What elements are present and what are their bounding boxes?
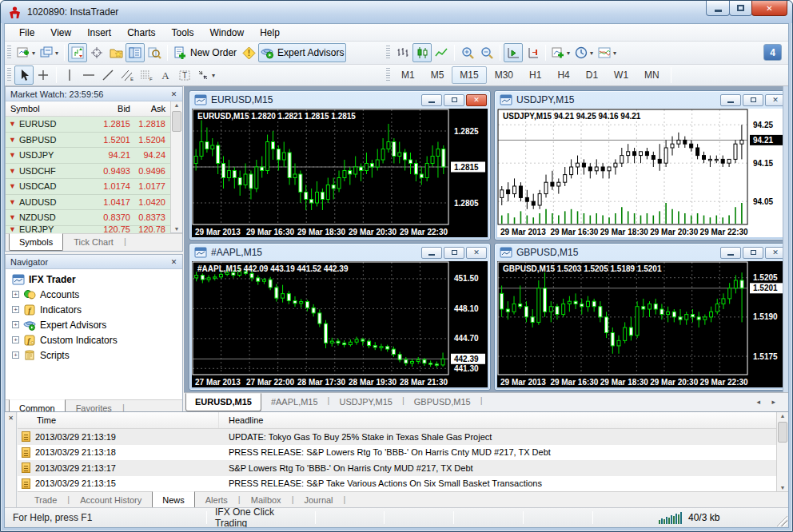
market-watch-row-eurusd[interactable]: ▼EURUSD1.28151.2818: [6, 117, 170, 133]
market-watch-row-gbpusd[interactable]: ▼GBPUSD1.52011.5204: [6, 133, 170, 149]
market-watch-row-usdcad[interactable]: ▼USDCAD1.01741.0177: [6, 179, 170, 195]
navigator-header[interactable]: Navigator ✕: [6, 255, 182, 269]
chart-minimize-button[interactable]: [720, 247, 741, 259]
timeframe-m30-button[interactable]: M30: [487, 66, 521, 84]
market-watch-row-audusd[interactable]: ▼AUDUSD1.04171.0420: [6, 195, 170, 211]
chart-window-titlebar[interactable]: USDJPY,M15 ✕: [495, 91, 789, 109]
expand-plus-icon[interactable]: +: [12, 351, 19, 359]
chart-window-titlebar[interactable]: EURUSD,M15 ✕: [189, 91, 490, 109]
market-watch-scrollbar[interactable]: ▲ ▼: [170, 101, 182, 232]
news-row[interactable]: 2013/03/29 21:13:15PRESS RELEASE: S&P Ta…: [18, 476, 788, 492]
column-ask[interactable]: Ask: [133, 104, 170, 113]
column-bid[interactable]: Bid: [89, 104, 133, 113]
navigator-item-accounts[interactable]: +Accounts: [6, 287, 182, 302]
alert-button[interactable]: !: [239, 43, 258, 62]
chart-window-aapl[interactable]: #AAPL,M15 ✕ 451.50448.10444.70441.30442.…: [189, 243, 491, 391]
resize-grip[interactable]: [776, 515, 787, 526]
navigator-close-icon[interactable]: ✕: [169, 258, 179, 266]
cursor-button[interactable]: [14, 66, 34, 85]
profiles-button[interactable]: ▾: [38, 43, 61, 62]
timeframe-m5-button[interactable]: M5: [423, 66, 452, 84]
crosshair-button[interactable]: [34, 66, 53, 85]
news-column-header[interactable]: Time Headline: [18, 412, 788, 429]
chart-shift-button[interactable]: [523, 43, 542, 62]
toolbar-grip[interactable]: [386, 68, 390, 82]
timeframe-h1-button[interactable]: H1: [521, 66, 549, 84]
toolbar-grip[interactable]: [386, 46, 390, 60]
terminal-scrollbar[interactable]: ▲ ▼: [776, 412, 788, 491]
chart-restore-button[interactable]: [743, 94, 763, 106]
news-row[interactable]: 2013/03/29 21:13:19UPDATE: Tokyo Gas To …: [18, 429, 788, 445]
toolbar-grip[interactable]: [7, 68, 11, 82]
horizontal-line-button[interactable]: [79, 66, 98, 85]
chart-window-titlebar[interactable]: #AAPL,M15 ✕: [189, 244, 490, 261]
expert-advisors-button[interactable]: Expert Advisors: [258, 43, 346, 62]
chart-close-button[interactable]: ✕: [466, 94, 487, 106]
chart-canvas-gbpusd[interactable]: 1.52051.51901.51751.5201GBPUSD,M15 1.520…: [497, 261, 787, 387]
market-watch-row-eurjpy[interactable]: ▼EURJPY120.75120.78: [6, 226, 170, 234]
menu-help[interactable]: Help: [252, 25, 288, 41]
timeframe-m1-button[interactable]: M1: [393, 66, 423, 84]
menu-file[interactable]: File: [11, 25, 42, 41]
market-watch-tab-symbols[interactable]: Symbols: [9, 233, 63, 251]
market-watch-row-nzdusd[interactable]: ▼NZDUSD0.83700.8373: [6, 210, 170, 226]
toolbar-grip[interactable]: [7, 46, 11, 60]
tab-scroll-arrows[interactable]: ◂ ▸: [748, 393, 788, 411]
tick-chart-button[interactable]: [68, 43, 87, 62]
terminal-tab-account-history[interactable]: Account History: [70, 492, 152, 509]
chart-window-eurusd[interactable]: EURUSD,M15 ✕ 1.28251.28151.28051.2815EUR…: [189, 90, 491, 240]
dropdown-caret-icon[interactable]: ▾: [32, 50, 35, 57]
market-watch-row-usdchf[interactable]: ▼USDCHF0.94930.9496: [6, 164, 170, 180]
fibonacci-button[interactable]: F: [137, 66, 156, 85]
scroll-thumb[interactable]: [172, 111, 181, 132]
chart-minimize-button[interactable]: [421, 247, 442, 259]
chart-tab--aapl-m15[interactable]: #AAPL,M15: [261, 393, 328, 411]
timeframe-d1-button[interactable]: D1: [578, 66, 606, 84]
chart-tab-usdjpy-m15[interactable]: USDJPY,M15: [329, 393, 401, 411]
new-order-button[interactable]: New Order: [171, 43, 239, 62]
market-watch-close-icon[interactable]: ✕: [169, 90, 179, 98]
column-time[interactable]: Time: [18, 412, 219, 428]
zoom-in-button[interactable]: [458, 43, 477, 62]
navigator-item-indicators[interactable]: +fIndicators: [6, 302, 182, 317]
vertical-line-button[interactable]: [60, 66, 79, 85]
chart-canvas-aapl[interactable]: 451.50448.10444.70441.30442.39#AAPL,M15 …: [192, 261, 488, 387]
chart-window-usdjpy[interactable]: USDJPY,M15 ✕ 94.2594.1594.0594.21USDJPY,…: [494, 90, 789, 240]
market-watch-column-header[interactable]: Symbol Bid Ask: [6, 101, 170, 117]
timeframe-h4-button[interactable]: H4: [549, 66, 577, 84]
trendline-button[interactable]: [98, 66, 118, 85]
scroll-up-icon[interactable]: ▲: [777, 413, 788, 419]
menu-insert[interactable]: Insert: [79, 25, 119, 41]
indicators-button[interactable]: ▾: [596, 43, 619, 62]
line-chart-button[interactable]: [432, 43, 451, 62]
chart-minimize-button[interactable]: [421, 94, 442, 106]
close-button[interactable]: ✕: [751, 1, 787, 16]
column-symbol[interactable]: Symbol: [6, 104, 89, 113]
menu-window[interactable]: Window: [202, 25, 253, 41]
templates-button[interactable]: ▾: [549, 43, 572, 62]
status-trading-mode[interactable]: IFX One Click Trading: [207, 508, 315, 527]
terminal-tab-trade[interactable]: Trade: [24, 492, 67, 509]
chart-tab-eurusd-m15[interactable]: EURUSD,M15: [185, 393, 261, 411]
chart-restore-button[interactable]: [444, 94, 464, 106]
navigator-item-custom-indicators[interactable]: +fCustom Indicators: [6, 332, 182, 347]
text-button[interactable]: A: [156, 66, 175, 85]
dropdown-caret-icon[interactable]: ▾: [613, 50, 616, 57]
chart-canvas-eurusd[interactable]: 1.28251.28151.28051.2815EURUSD,M15 1.282…: [192, 109, 488, 237]
favorites-button[interactable]: [106, 43, 126, 62]
workspace-scrollbar[interactable]: [783, 86, 788, 410]
news-row[interactable]: 2013/03/29 21:13:17S&P Lowers Rtg To 'BB…: [18, 460, 788, 476]
title-bar[interactable]: 1020890: InstaTrader ✕: [1, 1, 792, 23]
market-watch-button[interactable]: [126, 43, 145, 62]
chart-window-gbpusd[interactable]: GBPUSD,M15 ✕ 1.52051.51901.51751.5201GBP…: [494, 243, 789, 391]
market-watch-tab-tick-chart[interactable]: Tick Chart: [63, 234, 124, 251]
terminal-close-icon[interactable]: ✕: [6, 415, 15, 423]
dropdown-caret-icon[interactable]: ▾: [567, 50, 570, 57]
market-watch-header[interactable]: Market Watch: 23:59:56 ✕: [6, 87, 182, 101]
zoom-out-button[interactable]: [477, 43, 496, 62]
chart-restore-button[interactable]: [444, 247, 464, 259]
candlestick-chart-button[interactable]: [412, 43, 432, 62]
menu-tools[interactable]: Tools: [164, 25, 202, 41]
expand-plus-icon[interactable]: +: [12, 291, 19, 298]
timeframe-m15-button[interactable]: M15: [452, 66, 486, 84]
